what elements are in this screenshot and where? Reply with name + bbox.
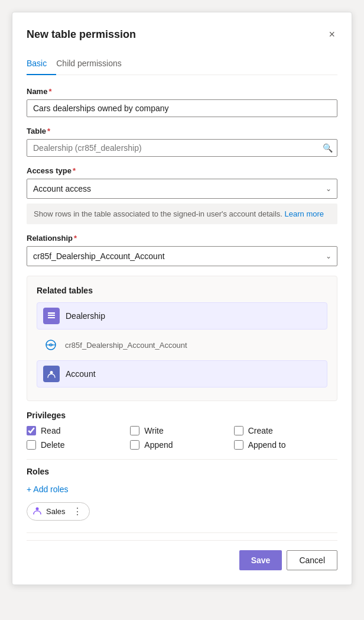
name-field-group: Name* — [27, 87, 337, 117]
role-options-button[interactable]: ⋮ — [73, 506, 82, 517]
link-label: cr85f_Dealership_Account_Account — [65, 341, 187, 350]
close-button[interactable]: × — [326, 27, 337, 42]
svg-point-6 — [36, 508, 39, 511]
save-button[interactable]: Save — [239, 550, 282, 570]
relationship-select[interactable]: cr85f_Dealership_Account_Account — [27, 246, 337, 266]
append-to-checkbox[interactable] — [234, 440, 243, 450]
relationship-field-group: Relationship* cr85f_Dealership_Account_A… — [27, 234, 337, 266]
relationship-select-wrap: cr85f_Dealership_Account_Account ⌄ — [27, 246, 337, 266]
roles-list: Sales ⋮ — [27, 502, 337, 521]
svg-rect-2 — [48, 317, 55, 318]
tab-child-permissions[interactable]: Child permissions — [56, 54, 131, 75]
tab-basic[interactable]: Basic — [27, 54, 56, 75]
append-checkbox[interactable] — [130, 440, 139, 450]
account-label: Account — [66, 369, 96, 379]
role-person-icon — [33, 506, 41, 516]
related-item-account: Account — [37, 360, 327, 388]
read-checkbox[interactable] — [27, 426, 36, 435]
access-type-info-box: Show rows in the table associated to the… — [27, 204, 337, 224]
table-icon — [43, 308, 60, 324]
svg-rect-1 — [48, 315, 55, 316]
tabs-bar: Basic Child permissions — [27, 54, 337, 75]
search-icon: 🔍 — [323, 143, 333, 153]
privileges-title: Privileges — [27, 411, 337, 420]
table-search-icon-button[interactable]: 🔍 — [323, 143, 333, 153]
footer-divider — [27, 532, 337, 533]
dialog-header: New table permission × — [27, 27, 337, 42]
dealership-label: Dealership — [66, 311, 105, 321]
access-type-label: Access type* — [27, 166, 337, 175]
privilege-write[interactable]: Write — [130, 426, 233, 435]
related-tables-title: Related tables — [37, 286, 327, 295]
related-tables-box: Related tables Dealership cr85f — [27, 276, 337, 401]
name-label: Name* — [27, 87, 337, 96]
person-icon — [43, 366, 60, 382]
svg-rect-0 — [48, 312, 55, 314]
add-roles-button[interactable]: + Add roles — [27, 482, 68, 496]
name-input[interactable] — [27, 99, 337, 117]
divider — [27, 459, 337, 460]
table-label: Table* — [27, 127, 337, 135]
related-item-link: cr85f_Dealership_Account_Account — [37, 333, 327, 357]
create-checkbox[interactable] — [234, 426, 243, 435]
access-type-select-wrap: Account access Self Contact Parent ⌄ — [27, 179, 337, 199]
privilege-append-to[interactable]: Append to — [234, 440, 337, 450]
privileges-grid: Read Write Create Delete Append Append t… — [27, 426, 337, 450]
roles-section: Roles + Add roles Sales ⋮ — [27, 467, 337, 521]
relationship-label: Relationship* — [27, 234, 337, 243]
roles-title: Roles — [27, 467, 337, 476]
role-sales-label: Sales — [46, 507, 66, 516]
link-icon — [43, 337, 59, 353]
table-search-input[interactable] — [27, 139, 337, 157]
new-table-permission-dialog: New table permission × Basic Child permi… — [12, 12, 352, 585]
access-type-field-group: Access type* Account access Self Contact… — [27, 166, 337, 224]
privilege-append[interactable]: Append — [130, 440, 233, 450]
privilege-read[interactable]: Read — [27, 426, 130, 435]
dialog-title: New table permission — [27, 28, 136, 41]
privilege-create[interactable]: Create — [234, 426, 337, 435]
role-chip-sales: Sales ⋮ — [27, 502, 90, 521]
table-search-wrap: 🔍 — [27, 139, 337, 157]
dialog-footer: Save Cancel — [27, 540, 337, 570]
delete-checkbox[interactable] — [27, 440, 36, 450]
privilege-delete[interactable]: Delete — [27, 440, 130, 450]
related-item-dealership: Dealership — [37, 302, 327, 330]
cancel-button[interactable]: Cancel — [287, 550, 337, 570]
learn-more-link[interactable]: Learn more — [285, 209, 324, 218]
write-checkbox[interactable] — [130, 426, 139, 435]
table-field-group: Table* 🔍 — [27, 127, 337, 157]
privileges-section: Privileges Read Write Create Delete Appe… — [27, 411, 337, 450]
access-type-select[interactable]: Account access Self Contact Parent — [27, 179, 337, 199]
